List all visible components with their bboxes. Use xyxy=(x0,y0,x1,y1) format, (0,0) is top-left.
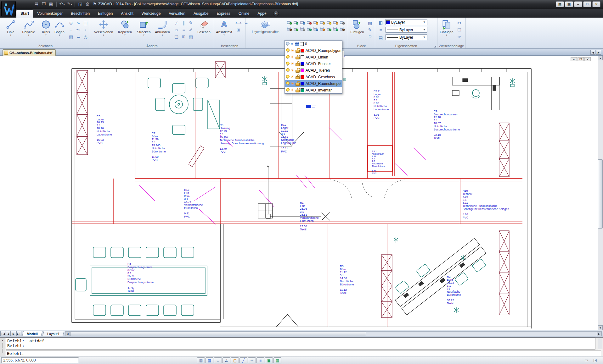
dropdown-caret[interactable]: ▼ xyxy=(10,34,12,36)
dropdown-caret[interactable]: ▼ xyxy=(124,34,126,36)
layer-item-ACAD_Geschoss[interactable]: ☀ACAD_Geschoss xyxy=(285,74,342,80)
explode-icon[interactable]: ⊞ xyxy=(180,33,187,40)
annotation-monitor-icon[interactable]: ▭ xyxy=(583,357,590,363)
horizontal-scroll-thumb[interactable] xyxy=(70,332,366,336)
layer-lock-icon[interactable] xyxy=(296,55,299,59)
linie-button[interactable]: Linie ▼ xyxy=(2,19,20,42)
donut-icon[interactable]: ◎ xyxy=(82,33,89,40)
layer-item-ACAD_Raumstempel[interactable]: ☀ACAD_Raumstempel xyxy=(285,80,342,87)
clean-screen-icon[interactable]: ◳ xyxy=(592,357,599,363)
layer-on-icon[interactable] xyxy=(286,81,289,86)
tab-modell[interactable]: Modell xyxy=(22,331,42,336)
grid-toggle[interactable]: ▦ xyxy=(206,357,213,363)
command-scrollbar[interactable] xyxy=(598,338,602,349)
snap-toggle[interactable]: ▦ xyxy=(197,357,205,363)
layer-item-ACAD_Linien[interactable]: ☀ACAD_Linien xyxy=(285,54,342,60)
horizontal-scrollbar[interactable]: ◀ ▶ xyxy=(65,331,602,336)
layer-item-ACAD_Inventar[interactable]: ☀ACAD_Inventar xyxy=(285,87,342,93)
layer-color-swatch[interactable] xyxy=(301,69,304,72)
layer-item-ACAD_Fenster[interactable]: ☀ACAD_Fenster xyxy=(285,60,342,67)
layer-color-swatch[interactable] xyxy=(301,75,304,79)
layer-lock-icon[interactable] xyxy=(296,68,299,73)
dropdown-caret[interactable]: ▼ xyxy=(28,34,30,36)
lineweight-toggle[interactable]: ≡ xyxy=(256,357,264,363)
layer-export-icon[interactable]: ▤ xyxy=(332,25,338,31)
layer-lock-icon[interactable] xyxy=(296,88,299,92)
layer-thaw-icon[interactable]: ☀ xyxy=(290,81,294,85)
color-tool-icon[interactable]: ◧ xyxy=(377,19,384,26)
dialog-launcher-icon[interactable] xyxy=(434,45,436,47)
layer-on-icon[interactable] xyxy=(286,62,289,66)
esnap-toggle[interactable]: ▢ xyxy=(231,357,239,363)
layer-lock-icon[interactable] xyxy=(296,75,299,79)
dropdown-caret[interactable]: ▼ xyxy=(446,34,448,36)
combo-arrow-icon[interactable]: ▼ xyxy=(422,28,426,31)
cut-icon[interactable]: ✂ xyxy=(456,19,463,26)
lineweight-combo[interactable]: ByLayer ▼ xyxy=(385,34,427,40)
tab-online[interactable]: Online xyxy=(234,10,254,18)
layer-on-icon[interactable] xyxy=(286,55,289,59)
tab-start[interactable]: Start xyxy=(16,10,33,18)
layer-off-icon[interactable]: ▤ xyxy=(292,19,299,25)
dropdown-caret[interactable]: ▼ xyxy=(223,34,225,36)
redo-icon[interactable]: ↷ ▾ xyxy=(66,1,72,7)
layer-thaw-icon[interactable]: ☀ xyxy=(290,75,294,79)
tab-appplus[interactable]: App+ xyxy=(253,10,270,18)
hatch-icon[interactable]: ▨ xyxy=(67,33,75,40)
revision-cloud-icon[interactable]: ☁ xyxy=(75,33,82,40)
maximize-button[interactable]: □ xyxy=(583,1,591,7)
layer-merge-icon[interactable]: ▤ xyxy=(299,25,305,31)
layer-thaw-icon[interactable]: ☀ xyxy=(290,88,294,92)
layer-lock-icon[interactable] xyxy=(296,62,299,66)
layer-delete-icon[interactable]: ▤ xyxy=(338,25,345,31)
etrack-toggle[interactable]: ╱ xyxy=(240,357,247,363)
tab-prev-button[interactable]: ◀ xyxy=(6,331,11,336)
layer-on-icon[interactable] xyxy=(286,75,289,79)
layer-import-icon[interactable]: ▤ xyxy=(325,25,332,31)
kopieren-button[interactable]: Kopieren ▼ xyxy=(116,19,134,42)
layer-on-icon[interactable] xyxy=(286,48,289,53)
layer-lock-icon[interactable] xyxy=(295,42,299,46)
polygon-icon[interactable]: ▫ xyxy=(82,26,89,33)
ortho-toggle[interactable]: ∟ xyxy=(214,357,222,363)
publish-icon[interactable]: ⚑ xyxy=(92,1,98,7)
dropdown-caret[interactable]: ▼ xyxy=(45,34,47,36)
save-icon[interactable]: ▦ xyxy=(48,1,54,7)
print-icon[interactable]: ⎙ xyxy=(84,1,91,7)
minimize-button[interactable]: – xyxy=(574,1,582,7)
layer-color-swatch[interactable] xyxy=(301,82,304,85)
vertical-scroll-thumb[interactable] xyxy=(598,159,603,229)
polylinie-button[interactable]: Polylinie ▼ xyxy=(19,19,38,42)
layereigenschaften-button[interactable]: Layereigenschaften xyxy=(248,19,283,41)
layer-on-icon[interactable] xyxy=(286,42,289,46)
array-icon[interactable]: ❏ xyxy=(173,33,180,40)
drawing-close-button[interactable]: ✕ xyxy=(584,57,591,61)
layer-item-ACAD_Raumpolygon[interactable]: ☀ACAD_Raumpolygon xyxy=(285,47,342,54)
strecken-button[interactable]: Strecken ▼ xyxy=(135,19,153,42)
tab-volumenkörper[interactable]: Volumenkörper xyxy=(33,10,67,18)
drawing-minimize-button[interactable]: – xyxy=(571,57,577,61)
layer-unlock-icon[interactable]: ▤ xyxy=(318,19,325,25)
command-input[interactable]: Befehl: xyxy=(6,350,601,356)
drawing-restore-button[interactable]: ❐ xyxy=(578,57,584,61)
layer-vpfreeze-icon[interactable]: ▤ xyxy=(292,25,299,31)
layer-frozen-icon[interactable]: ❄ xyxy=(290,42,294,46)
kreis-button[interactable]: Kreis ▼ xyxy=(38,19,54,42)
bogen-button[interactable]: Bogen ▼ xyxy=(52,19,67,42)
layer-item-ACAD_Tueren[interactable]: ☀ACAD_Tueren xyxy=(285,67,342,74)
tab-last-button[interactable]: ▶❘ xyxy=(16,331,21,336)
layer-state-icon[interactable]: ▤ xyxy=(305,25,312,31)
plot-preview-icon[interactable]: ◲ xyxy=(77,1,83,7)
layer-on-icon[interactable]: ▤ xyxy=(285,19,292,25)
layer-color-swatch[interactable] xyxy=(300,42,304,46)
layer-on-icon[interactable] xyxy=(286,88,289,92)
einfuegen-block-button[interactable]: Einfügen xyxy=(349,19,366,42)
tab-beschriften[interactable]: Beschriften xyxy=(67,10,94,18)
scroll-left-icon[interactable]: ◀ xyxy=(65,332,70,336)
command-grip[interactable] xyxy=(2,343,3,348)
layer-item-0[interactable]: ❄0 xyxy=(285,41,342,47)
loeschen-button[interactable]: Löschen xyxy=(195,19,213,42)
layer-color-swatch[interactable] xyxy=(301,88,304,92)
layer-color-swatch[interactable] xyxy=(301,62,304,66)
dropdown-caret[interactable]: ▼ xyxy=(59,34,61,36)
